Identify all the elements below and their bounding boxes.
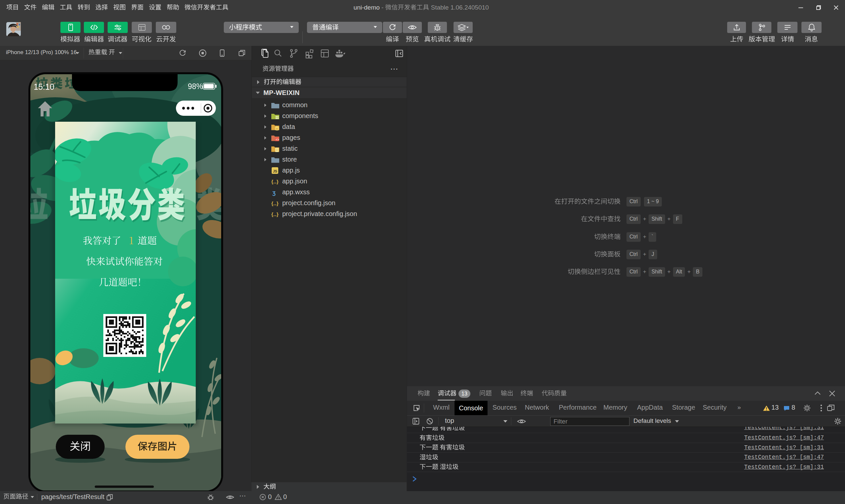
svg-text:JS: JS xyxy=(273,169,277,173)
svg-text:<>: <> xyxy=(276,138,279,141)
svg-text:{‥}: {‥} xyxy=(271,212,279,217)
svg-text:15:10: 15:10 xyxy=(34,82,54,91)
svg-text:ʒ: ʒ xyxy=(272,189,276,196)
svg-text:98%: 98% xyxy=(188,82,203,91)
svg-text:{‥}: {‥} xyxy=(271,200,279,206)
svg-text:{‥}: {‥} xyxy=(271,179,279,184)
